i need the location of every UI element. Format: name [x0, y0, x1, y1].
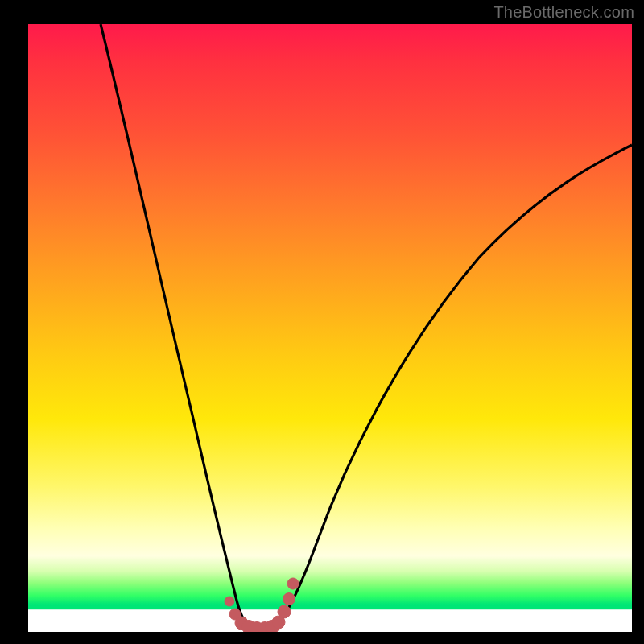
chart-frame: TheBottleneck.com	[0, 0, 644, 644]
plot-area	[28, 24, 632, 632]
svg-point-8	[278, 605, 291, 618]
curve-left-branch	[101, 24, 248, 625]
valley-markers	[225, 578, 299, 632]
watermark-text: TheBottleneck.com	[493, 3, 634, 22]
svg-point-9	[283, 593, 295, 605]
svg-point-0	[225, 597, 234, 606]
curve-right-branch	[277, 145, 632, 625]
svg-point-10	[287, 578, 299, 589]
bottleneck-curve	[28, 24, 632, 632]
